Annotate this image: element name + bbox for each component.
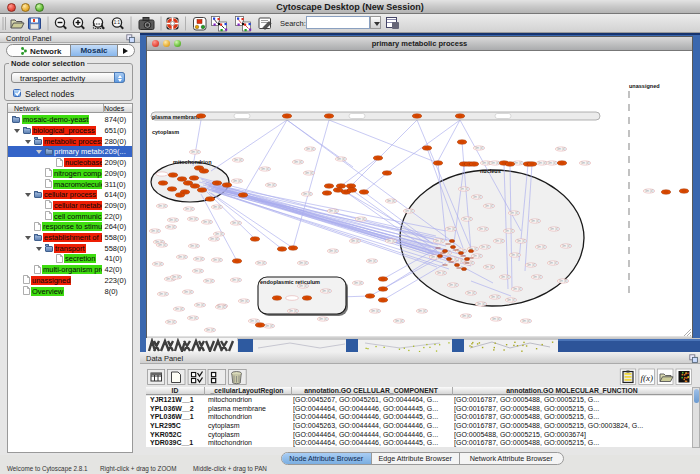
svg-text:Gm (d): Gm (d) <box>418 309 427 313</box>
svg-text:Gm (d): Gm (d) <box>167 225 176 229</box>
svg-text:Gm (d): Gm (d) <box>357 217 366 221</box>
svg-text:Gm (d): Gm (d) <box>460 187 469 191</box>
svg-text:Gm (d): Gm (d) <box>559 279 568 283</box>
svg-text:Gm (d): Gm (d) <box>485 265 494 269</box>
svg-text:Gm (d): Gm (d) <box>169 218 178 222</box>
svg-text:Gm (d): Gm (d) <box>511 253 520 257</box>
svg-text:Gm (d): Gm (d) <box>289 309 298 313</box>
svg-text:Gm (d): Gm (d) <box>184 290 193 294</box>
svg-text:Gm (d): Gm (d) <box>154 262 163 266</box>
svg-text:Gm (d): Gm (d) <box>473 195 482 199</box>
svg-text:Gm (d): Gm (d) <box>158 204 167 208</box>
svg-text:Gm (d): Gm (d) <box>213 205 222 209</box>
svg-text:Gm (d): Gm (d) <box>387 199 396 203</box>
svg-text:Gm (d): Gm (d) <box>337 157 346 161</box>
svg-text:Gm (d): Gm (d) <box>537 245 546 249</box>
svg-text:Gm (d): Gm (d) <box>437 271 446 275</box>
svg-text:Gm (d): Gm (d) <box>507 298 516 302</box>
svg-text:Gm (d): Gm (d) <box>265 324 274 328</box>
svg-text:Gm (d): Gm (d) <box>495 239 504 243</box>
svg-text:Gm (d): Gm (d) <box>475 146 484 150</box>
svg-text:Gm (d): Gm (d) <box>257 261 266 265</box>
svg-text:cytoplasm: cytoplasm <box>152 129 179 135</box>
svg-text:Gm (d): Gm (d) <box>232 221 241 225</box>
svg-text:Gm (d): Gm (d) <box>250 319 259 323</box>
svg-text:Gm (d): Gm (d) <box>514 161 523 165</box>
svg-text:Gm (d): Gm (d) <box>294 160 303 164</box>
svg-text:Gm (d): Gm (d) <box>550 227 559 231</box>
svg-text:Gm (d): Gm (d) <box>158 243 167 247</box>
svg-text:Gm (d): Gm (d) <box>299 284 308 288</box>
svg-text:Gm (d): Gm (d) <box>477 302 486 306</box>
svg-text:Gm (d): Gm (d) <box>210 237 219 241</box>
svg-text:Gm (d): Gm (d) <box>463 217 472 221</box>
svg-text:Gm (d): Gm (d) <box>159 292 168 296</box>
svg-text:Gm (d): Gm (d) <box>510 211 519 215</box>
svg-text:Gm (d): Gm (d) <box>185 207 194 211</box>
svg-text:Gm (d): Gm (d) <box>205 279 214 283</box>
svg-text:Gm (d): Gm (d) <box>485 204 494 208</box>
svg-text:Gm (d): Gm (d) <box>215 232 224 236</box>
svg-text:nucleus: nucleus <box>480 168 501 174</box>
svg-text:Gm (d): Gm (d) <box>329 209 338 213</box>
svg-text:Gm (d): Gm (d) <box>501 275 510 279</box>
svg-text:Gm (d): Gm (d) <box>195 257 204 261</box>
svg-text:Gm (d): Gm (d) <box>196 303 205 307</box>
svg-text:Gm (d): Gm (d) <box>405 209 414 213</box>
svg-text:Gm (d): Gm (d) <box>449 283 458 287</box>
svg-text:Gm (d): Gm (d) <box>371 309 380 313</box>
svg-text:Gm (d): Gm (d) <box>240 299 249 303</box>
svg-text:Gm (d): Gm (d) <box>189 217 198 221</box>
svg-text:Gm (d): Gm (d) <box>467 291 476 295</box>
svg-text:f(x): f(x) <box>640 373 653 383</box>
svg-text:Gm (d): Gm (d) <box>645 189 654 193</box>
svg-text:Gm (d): Gm (d) <box>517 239 526 243</box>
svg-text:Gm (d): Gm (d) <box>492 317 501 321</box>
svg-text:Gm (d): Gm (d) <box>581 161 590 165</box>
svg-text:Gm (d): Gm (d) <box>351 239 360 243</box>
svg-text:Gm (d): Gm (d) <box>206 328 215 332</box>
svg-text:Gm (d): Gm (d) <box>213 258 222 262</box>
svg-text:Gm (d): Gm (d) <box>368 259 377 263</box>
svg-text:Gm (d): Gm (d) <box>178 255 187 259</box>
svg-text:1:1: 1:1 <box>114 20 121 25</box>
svg-text:Gm (d): Gm (d) <box>557 147 566 151</box>
svg-text:mitochondrion: mitochondrion <box>173 159 212 165</box>
svg-text:Gm (d): Gm (d) <box>447 227 456 231</box>
svg-text:Gm (d): Gm (d) <box>305 171 314 175</box>
svg-text:Gm (d): Gm (d) <box>549 261 558 265</box>
svg-text:Gm (d): Gm (d) <box>527 263 536 267</box>
svg-text:Gm (d): Gm (d) <box>533 275 542 279</box>
svg-text:Gm (d): Gm (d) <box>322 289 331 293</box>
svg-text:Gm (d): Gm (d) <box>203 220 212 224</box>
svg-text:Gm (d): Gm (d) <box>479 227 488 231</box>
svg-text:Gm (d): Gm (d) <box>233 179 242 183</box>
svg-text:Gm (d): Gm (d) <box>548 161 557 165</box>
svg-text:Gm (d): Gm (d) <box>217 305 226 309</box>
svg-text:Gm (d): Gm (d) <box>435 239 444 243</box>
svg-text:unassigned: unassigned <box>629 83 660 89</box>
svg-text:Gm (d): Gm (d) <box>234 158 243 162</box>
svg-text:Gm (d): Gm (d) <box>354 281 363 285</box>
svg-text:Gm (d): Gm (d) <box>462 314 471 318</box>
svg-text:Gm (d): Gm (d) <box>329 249 338 253</box>
svg-text:Gm (d): Gm (d) <box>481 245 490 249</box>
svg-text:Gm (d): Gm (d) <box>303 192 312 196</box>
svg-text:Gm (d): Gm (d) <box>189 316 198 320</box>
svg-text:Gm (d): Gm (d) <box>151 229 160 233</box>
svg-text:Gm (d): Gm (d) <box>538 161 547 165</box>
svg-text:Gm (d): Gm (d) <box>191 150 200 154</box>
svg-text:Gm (d): Gm (d) <box>522 319 531 323</box>
svg-text:Gm (d): Gm (d) <box>319 317 328 321</box>
svg-text:Gm (d): Gm (d) <box>172 275 181 279</box>
svg-text:Gm (d): Gm (d) <box>491 161 500 165</box>
svg-text:Gm (d): Gm (d) <box>267 183 276 187</box>
svg-text:Gm (d): Gm (d) <box>562 244 571 248</box>
svg-text:Gm (d): Gm (d) <box>175 307 184 311</box>
svg-text:Gm (d): Gm (d) <box>473 254 482 258</box>
svg-text:Gm (d): Gm (d) <box>190 244 199 248</box>
svg-text:Gm (d): Gm (d) <box>491 295 500 299</box>
svg-text:Gm (d): Gm (d) <box>261 167 270 171</box>
svg-text:Gm (d): Gm (d) <box>194 269 203 273</box>
svg-text:Gm (d): Gm (d) <box>299 261 308 265</box>
